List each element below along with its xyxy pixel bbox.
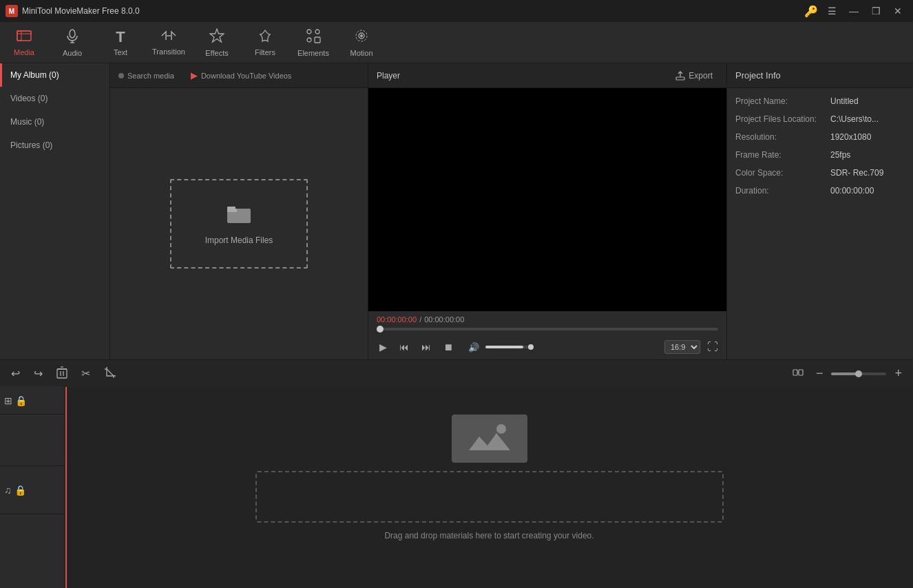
svg-rect-25 bbox=[799, 370, 803, 375]
svg-rect-0 bbox=[17, 31, 31, 41]
prev-frame-button[interactable]: ⏮ bbox=[397, 340, 412, 354]
toolbar-item-filters[interactable]: Filters bbox=[241, 22, 289, 63]
media-panel: Search media ▶ Download YouTube Videos I… bbox=[110, 63, 368, 359]
motion-label: Motion bbox=[350, 49, 372, 57]
toolbar-item-media[interactable]: Media bbox=[0, 22, 48, 63]
media-content: Import Media Files bbox=[110, 88, 368, 359]
drop-text: Drag and drop materials here to start cr… bbox=[384, 531, 594, 540]
media-icon bbox=[17, 29, 32, 46]
drop-area: Drag and drop materials here to start cr… bbox=[65, 387, 913, 588]
text-label: Text bbox=[114, 48, 127, 56]
duration-value: 00:00:00:00 bbox=[830, 186, 905, 196]
timeline-tracks: ⊞ 🔒 ♫ 🔒 Drag and drop materials here bbox=[0, 387, 913, 588]
svg-point-9 bbox=[315, 30, 319, 34]
snap-button[interactable] bbox=[788, 364, 808, 384]
zoom-slider[interactable] bbox=[831, 372, 886, 375]
delete-button[interactable] bbox=[52, 364, 72, 384]
youtube-tab[interactable]: ▶ Download YouTube Videos bbox=[182, 63, 300, 87]
media-label: Media bbox=[14, 48, 34, 56]
svg-rect-19 bbox=[57, 369, 67, 378]
audio-icon bbox=[65, 28, 79, 47]
cut-button[interactable]: ✂ bbox=[77, 364, 94, 383]
playhead[interactable] bbox=[65, 387, 67, 588]
youtube-icon: ▶ bbox=[191, 70, 198, 81]
undo-button[interactable]: ↩ bbox=[7, 364, 24, 383]
fullscreen-button[interactable]: ⛶ bbox=[707, 341, 718, 353]
frame-rate-label: Frame Rate: bbox=[735, 150, 825, 160]
app-icon: M bbox=[6, 5, 18, 17]
project-files-value: C:\Users\to... bbox=[830, 114, 905, 124]
volume-slider[interactable] bbox=[485, 346, 534, 348]
svg-rect-11 bbox=[315, 37, 320, 43]
track-controls: ⊞ 🔒 ♫ 🔒 bbox=[0, 387, 65, 588]
import-media-box[interactable]: Import Media Files bbox=[170, 179, 308, 269]
drop-placeholder[interactable] bbox=[255, 471, 724, 523]
color-space-row: Color Space: SDR- Rec.709 bbox=[735, 168, 905, 178]
lock-audio-track-button[interactable]: 🔒 bbox=[14, 485, 26, 496]
lock-video-track-button[interactable]: 🔒 bbox=[15, 395, 27, 406]
svg-rect-18 bbox=[676, 77, 684, 80]
app-title: MiniTool MovieMaker Free 8.0.0 bbox=[22, 6, 800, 16]
color-space-label: Color Space: bbox=[735, 168, 825, 178]
toolbar-item-audio[interactable]: Audio bbox=[48, 22, 96, 63]
svg-rect-27 bbox=[465, 419, 514, 457]
crop-button[interactable] bbox=[100, 364, 120, 384]
restore-btn[interactable]: ❒ bbox=[866, 1, 885, 21]
project-files-row: Project Files Location: C:\Users\to... bbox=[735, 114, 905, 124]
minimize-btn[interactable]: — bbox=[844, 1, 863, 21]
next-frame-button[interactable]: ⏭ bbox=[419, 340, 434, 354]
stop-button[interactable]: ⏹ bbox=[441, 340, 456, 354]
filters-label: Filters bbox=[255, 48, 275, 56]
toolbar-item-motion[interactable]: Motion bbox=[337, 22, 386, 63]
close-btn[interactable]: ✕ bbox=[888, 1, 907, 21]
time-separator: / bbox=[419, 315, 421, 324]
volume-button[interactable]: 🔊 bbox=[465, 341, 482, 354]
project-info-header: Project Info bbox=[727, 63, 913, 88]
resolution-row: Resolution: 1920x1080 bbox=[735, 132, 905, 142]
nav-item-videos[interactable]: Videos (0) bbox=[0, 87, 109, 110]
project-info: Project Name: Untitled Project Files Loc… bbox=[727, 88, 913, 204]
scrubber-track[interactable] bbox=[377, 328, 718, 330]
toolbar-item-text[interactable]: T Text bbox=[96, 22, 145, 63]
aspect-ratio-select[interactable]: 16:9 9:16 1:1 4:3 bbox=[664, 340, 700, 354]
frame-rate-value: 25fps bbox=[830, 150, 905, 160]
timeline: ⊞ 🔒 ♫ 🔒 Drag and drop materials here bbox=[0, 387, 913, 588]
volume-area: 🔊 bbox=[465, 341, 534, 354]
color-space-value: SDR- Rec.709 bbox=[830, 168, 905, 178]
export-icon bbox=[675, 71, 685, 81]
effects-label: Effects bbox=[205, 49, 228, 57]
svg-marker-7 bbox=[210, 29, 224, 42]
zoom-out-button[interactable]: − bbox=[812, 364, 828, 384]
frame-rate-row: Frame Rate: 25fps bbox=[735, 150, 905, 160]
audio-label: Audio bbox=[63, 49, 82, 57]
media-tabs: Search media ▶ Download YouTube Videos bbox=[110, 63, 368, 88]
duration-label: Duration: bbox=[735, 186, 825, 196]
nav-item-music[interactable]: Music (0) bbox=[0, 110, 109, 134]
titlebar: M MiniTool MovieMaker Free 8.0.0 🔑 ☰ — ❒… bbox=[0, 0, 913, 22]
toolbar-item-elements[interactable]: Elements bbox=[289, 22, 337, 63]
svg-point-10 bbox=[307, 38, 311, 42]
toolbar-item-transition[interactable]: Transition bbox=[145, 22, 193, 63]
time-total: 00:00:00:00 bbox=[424, 315, 464, 324]
resolution-value: 1920x1080 bbox=[830, 132, 905, 142]
toolbar-item-effects[interactable]: Effects bbox=[193, 22, 241, 63]
add-video-track-button[interactable]: ⊞ bbox=[4, 395, 12, 406]
nav-item-my-album[interactable]: My Album (0) bbox=[0, 63, 109, 87]
play-button[interactable]: ▶ bbox=[377, 340, 390, 354]
add-audio-track-button[interactable]: ♫ bbox=[4, 485, 12, 496]
hamburger-btn[interactable]: ☰ bbox=[822, 1, 841, 21]
svg-point-28 bbox=[496, 424, 506, 434]
export-button[interactable]: Export bbox=[670, 68, 718, 83]
player-header: Player Export bbox=[368, 63, 726, 88]
redo-button[interactable]: ↪ bbox=[30, 364, 47, 383]
right-panel: Project Info Project Name: Untitled Proj… bbox=[727, 63, 913, 359]
time-display: 00:00:00:00 / 00:00:00:00 bbox=[377, 315, 718, 324]
key-icon: 🔑 bbox=[804, 5, 818, 18]
content-area: My Album (0) Videos (0) Music (0) Pictur… bbox=[0, 63, 913, 359]
nav-item-pictures[interactable]: Pictures (0) bbox=[0, 134, 109, 157]
svg-rect-1 bbox=[17, 31, 21, 41]
main-track-controls bbox=[0, 414, 65, 466]
search-media-tab[interactable]: Search media bbox=[110, 63, 182, 87]
scrubber-thumb[interactable] bbox=[377, 326, 384, 333]
zoom-in-button[interactable]: + bbox=[890, 364, 906, 384]
